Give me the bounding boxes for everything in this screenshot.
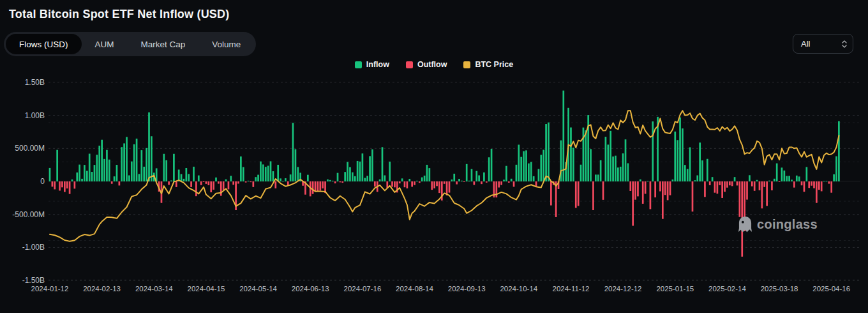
outflow-bar[interactable]: [813, 181, 815, 188]
outflow-bar[interactable]: [704, 181, 706, 197]
outflow-bar[interactable]: [650, 181, 652, 209]
inflow-bar[interactable]: [123, 143, 125, 181]
inflow-bar[interactable]: [523, 151, 525, 181]
inflow-bar[interactable]: [835, 156, 837, 181]
outflow-bar[interactable]: [513, 181, 515, 187]
inflow-bar[interactable]: [255, 177, 257, 181]
outflow-bar[interactable]: [816, 181, 818, 203]
inflow-bar[interactable]: [98, 146, 100, 181]
outflow-bar[interactable]: [664, 181, 666, 195]
outflow-bar[interactable]: [433, 181, 435, 188]
inflow-bar[interactable]: [126, 137, 128, 181]
inflow-bar[interactable]: [421, 178, 423, 181]
outflow-bar[interactable]: [670, 181, 671, 195]
outflow-bar[interactable]: [634, 181, 636, 200]
inflow-bar[interactable]: [677, 140, 678, 181]
outflow-bar[interactable]: [436, 181, 438, 186]
outflow-bar[interactable]: [654, 181, 656, 197]
inflow-bar[interactable]: [146, 148, 147, 181]
outflow-bar[interactable]: [66, 181, 68, 188]
inflow-bar[interactable]: [329, 180, 331, 181]
inflow-bar[interactable]: [170, 180, 172, 181]
outflow-bar[interactable]: [334, 181, 336, 183]
outflow-bar[interactable]: [74, 181, 76, 188]
inflow-bar[interactable]: [359, 162, 361, 181]
inflow-bar[interactable]: [615, 156, 617, 181]
outflow-bar[interactable]: [714, 181, 716, 193]
inflow-bar[interactable]: [165, 160, 167, 181]
outflow-bar[interactable]: [793, 181, 795, 188]
inflow-bar[interactable]: [76, 172, 78, 181]
inflow-bar[interactable]: [143, 167, 145, 181]
outflow-bar[interactable]: [250, 181, 252, 182]
inflow-bar[interactable]: [416, 181, 418, 181]
outflow-bar[interactable]: [252, 181, 254, 187]
inflow-bar[interactable]: [505, 166, 507, 181]
inflow-bar[interactable]: [784, 171, 786, 181]
outflow-bar[interactable]: [54, 181, 56, 189]
outflow-bar[interactable]: [801, 181, 803, 185]
inflow-bar[interactable]: [193, 167, 195, 181]
outflow-bar[interactable]: [578, 181, 580, 206]
inflow-bar[interactable]: [344, 172, 346, 181]
inflow-bar[interactable]: [518, 145, 520, 181]
outflow-bar[interactable]: [741, 181, 743, 257]
inflow-bar[interactable]: [776, 164, 778, 181]
inflow-bar[interactable]: [542, 149, 544, 181]
inflow-bar[interactable]: [607, 144, 609, 181]
outflow-bar[interactable]: [438, 181, 440, 193]
inflow-bar[interactable]: [136, 139, 138, 181]
outflow-bar[interactable]: [754, 181, 756, 191]
outflow-bar[interactable]: [274, 181, 276, 188]
inflow-bar[interactable]: [128, 175, 130, 181]
outflow-bar[interactable]: [119, 181, 121, 185]
inflow-bar[interactable]: [696, 175, 698, 181]
outflow-bar[interactable]: [200, 181, 202, 185]
outflow-bar[interactable]: [808, 181, 810, 188]
outflow-bar[interactable]: [419, 181, 421, 183]
inflow-bar[interactable]: [833, 174, 835, 181]
outflow-bar[interactable]: [444, 181, 445, 184]
inflow-bar[interactable]: [503, 179, 505, 181]
inflow-bar[interactable]: [163, 154, 165, 181]
inflow-bar[interactable]: [791, 179, 793, 181]
inflow-bar[interactable]: [756, 180, 758, 181]
outflow-bar[interactable]: [190, 181, 192, 187]
inflow-bar[interactable]: [352, 172, 354, 181]
inflow-bar[interactable]: [183, 179, 185, 181]
outflow-bar[interactable]: [340, 181, 341, 182]
outflow-bar[interactable]: [317, 181, 319, 192]
inflow-bar[interactable]: [516, 165, 518, 181]
outflow-bar[interactable]: [69, 181, 71, 194]
outflow-bar[interactable]: [210, 181, 212, 192]
outflow-bar[interactable]: [759, 181, 761, 190]
outflow-bar[interactable]: [721, 181, 723, 198]
inflow-bar[interactable]: [243, 167, 244, 181]
inflow-bar[interactable]: [354, 176, 356, 181]
inflow-bar[interactable]: [612, 156, 614, 181]
inflow-bar[interactable]: [525, 150, 527, 181]
outflow-bar[interactable]: [629, 181, 631, 191]
inflow-bar[interactable]: [687, 169, 689, 181]
outflow-bar[interactable]: [245, 181, 247, 183]
outflow-bar[interactable]: [322, 181, 324, 188]
inflow-bar[interactable]: [679, 118, 681, 181]
inflow-bar[interactable]: [707, 159, 708, 181]
outflow-bar[interactable]: [575, 181, 577, 208]
outflow-bar[interactable]: [709, 181, 711, 185]
inflow-bar[interactable]: [570, 128, 572, 181]
outflow-bar[interactable]: [168, 181, 170, 185]
inflow-bar[interactable]: [590, 149, 592, 181]
outflow-bar[interactable]: [206, 181, 207, 184]
inflow-bar[interactable]: [230, 176, 232, 181]
inflow-bar[interactable]: [682, 128, 684, 181]
inflow-bar[interactable]: [712, 177, 714, 181]
inflow-bar[interactable]: [379, 179, 381, 181]
outflow-bar[interactable]: [555, 181, 557, 217]
outflow-bar[interactable]: [404, 181, 406, 187]
inflow-bar[interactable]: [307, 175, 309, 181]
inflow-bar[interactable]: [786, 176, 788, 181]
inflow-bar[interactable]: [461, 181, 463, 181]
inflow-bar[interactable]: [694, 180, 696, 181]
outflow-bar[interactable]: [228, 181, 230, 189]
